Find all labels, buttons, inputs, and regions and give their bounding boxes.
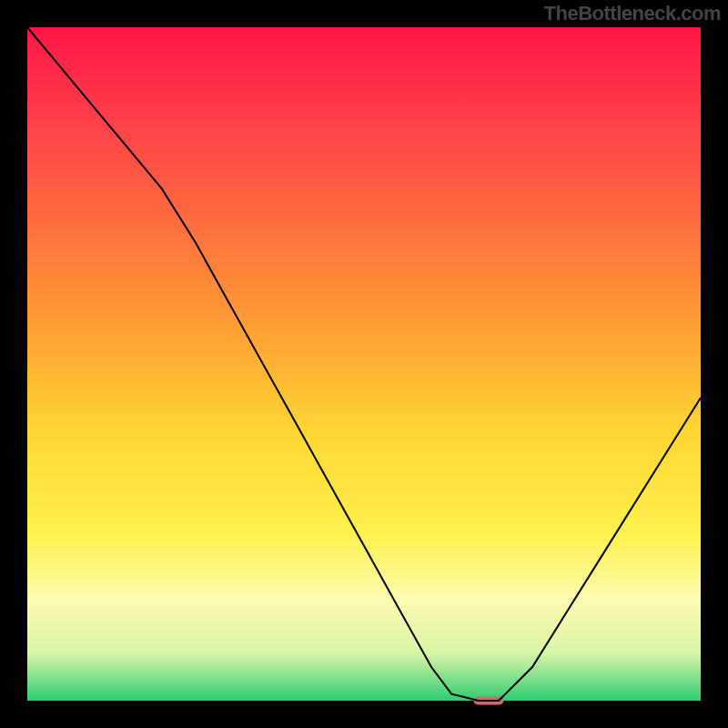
chart-plot-area (27, 27, 701, 701)
watermark-text: TheBottleneck.com (544, 2, 721, 25)
chart-svg (0, 0, 728, 728)
chart-container: TheBottleneck.com (0, 0, 728, 728)
